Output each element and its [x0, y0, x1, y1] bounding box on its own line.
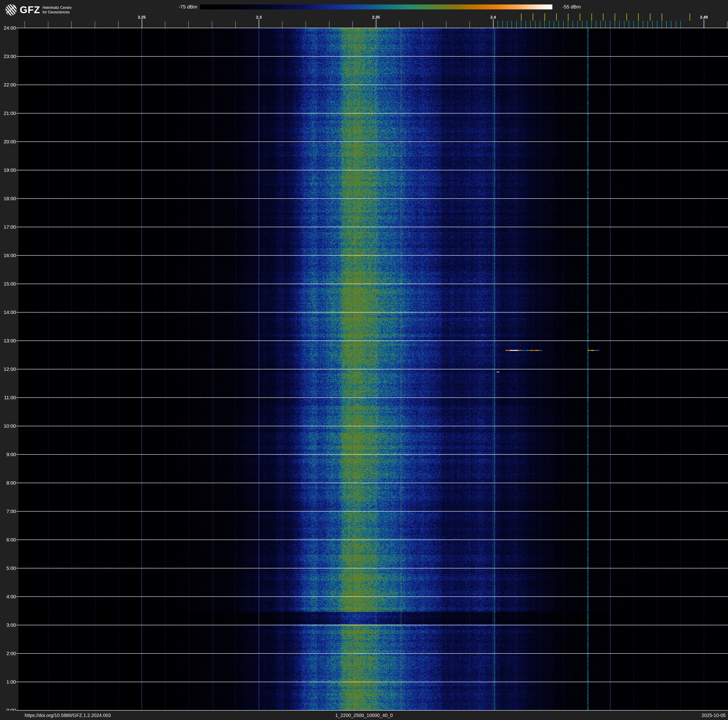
ble-channel-tick — [549, 21, 549, 28]
ble-channel-tick — [647, 21, 648, 28]
hour-gridline — [17, 483, 728, 483]
ble-channel-tick — [666, 21, 667, 28]
ble-channel-tick — [662, 21, 662, 28]
wifi-channel-tick — [690, 14, 690, 21]
hour-label: 16:00 — [0, 253, 16, 258]
hour-label: 6:00 — [0, 537, 16, 542]
freq-tick-minor — [165, 21, 165, 28]
logo-subtitle-line2: for Geosciences — [43, 10, 72, 14]
hour-gridline — [17, 56, 728, 57]
hour-gridline — [17, 141, 728, 142]
wifi-channel-tick — [638, 14, 639, 21]
ble-channel-tick — [638, 21, 639, 28]
freq-tick-minor — [48, 21, 48, 28]
ble-channel-tick — [563, 21, 564, 28]
hour-gridline — [17, 511, 728, 512]
ble-channel-tick — [643, 21, 643, 28]
wifi-channel-tick — [615, 14, 615, 21]
hour-label: 23:00 — [0, 54, 16, 59]
spectrogram-viewer: GFZ Helmholtz Centre for Geosciences -75… — [0, 0, 728, 720]
freq-tick-major — [704, 19, 704, 28]
freq-tick-minor — [306, 21, 306, 28]
ble-channel-tick — [558, 21, 559, 28]
hour-label: 17:00 — [0, 224, 16, 230]
freq-tick-minor — [118, 21, 119, 28]
footer-bar: https://doi.org/10.5880/GFZ.1.2.2024.003… — [0, 711, 728, 720]
ble-channel-tick — [676, 21, 676, 28]
freq-tick-major — [376, 19, 376, 28]
ble-channel-tick — [629, 21, 629, 28]
wifi-channel-tick — [568, 14, 569, 21]
date-label: 2025-10-05 — [702, 711, 726, 720]
freq-tick-major — [142, 19, 142, 28]
hour-label: 24:00 — [0, 25, 16, 31]
freq-tick-major — [493, 19, 494, 28]
hour-gridline — [17, 397, 728, 398]
ble-channel-tick — [652, 21, 653, 28]
freq-label: 2.49 — [700, 15, 708, 20]
ble-channel-tick — [526, 21, 526, 28]
hour-label: 7:00 — [0, 509, 16, 514]
hour-label: 14:00 — [0, 309, 16, 315]
hour-label: 18:00 — [0, 196, 16, 201]
ble-channel-tick — [587, 21, 587, 28]
wifi-channel-tick — [650, 14, 650, 21]
hour-label: 20:00 — [0, 139, 16, 144]
ble-channel-tick — [619, 21, 620, 28]
header-bar: GFZ Helmholtz Centre for Geosciences -75… — [0, 0, 728, 28]
ble-channel-tick — [568, 21, 568, 28]
hour-label: 22:00 — [0, 82, 16, 88]
hour-label: 4:00 — [0, 594, 16, 599]
hour-gridline — [17, 198, 728, 199]
freq-tick-minor — [352, 21, 353, 28]
hour-gridline — [17, 113, 728, 113]
ble-channel-tick — [577, 21, 578, 28]
wifi-channel-tick — [532, 14, 533, 21]
ble-channel-tick — [530, 21, 531, 28]
hour-gridline — [17, 227, 728, 227]
freq-tick-minor — [24, 21, 25, 28]
freq-tick-minor — [727, 21, 728, 28]
freq-tick-minor — [71, 21, 72, 28]
logo-subtitle-line1: Helmholtz Centre — [43, 5, 72, 10]
ble-channel-tick — [596, 21, 596, 28]
hour-gridline — [17, 426, 728, 426]
wifi-channel-tick — [521, 14, 522, 21]
hour-label: 15:00 — [0, 281, 16, 287]
ble-channel-tick — [601, 21, 601, 28]
ble-channel-tick — [507, 21, 508, 28]
hour-gridline — [17, 454, 728, 455]
ble-channel-tick — [521, 21, 522, 28]
colorbar-max-label: -55 dBm — [562, 4, 614, 10]
hour-gridline — [17, 340, 728, 341]
ble-channel-tick — [615, 21, 615, 28]
freq-tick-minor — [188, 21, 189, 28]
wifi-channel-tick — [580, 14, 580, 21]
hour-gridline — [17, 568, 728, 568]
colorbar-min-label: -75 dBm — [153, 4, 197, 10]
hour-gridline — [17, 255, 728, 256]
hour-gridline — [17, 682, 728, 682]
hour-label: 21:00 — [0, 110, 16, 116]
hour-label: 9:00 — [0, 452, 16, 457]
wifi-channel-tick — [556, 14, 557, 21]
ble-channel-tick — [633, 21, 634, 28]
ble-channel-tick — [657, 21, 657, 28]
colorbar-gradient — [200, 5, 552, 9]
freq-tick-major — [258, 19, 259, 28]
freq-tick-minor — [235, 21, 236, 28]
hour-gridline — [17, 283, 728, 284]
ble-channel-tick — [544, 21, 545, 28]
wifi-channel-tick — [626, 14, 627, 21]
hour-gridline — [17, 28, 728, 28]
wifi-channel-tick — [591, 14, 592, 21]
hour-gridline — [17, 625, 728, 625]
freq-label: 2.35 — [372, 15, 380, 20]
ble-channel-tick — [554, 21, 554, 28]
ble-channel-tick — [605, 21, 606, 28]
ble-channel-tick — [582, 21, 583, 28]
hour-label: 3:00 — [0, 622, 16, 628]
hour-label: 10:00 — [0, 423, 16, 429]
ble-channel-tick — [540, 21, 540, 28]
freq-tick-minor — [399, 21, 400, 28]
